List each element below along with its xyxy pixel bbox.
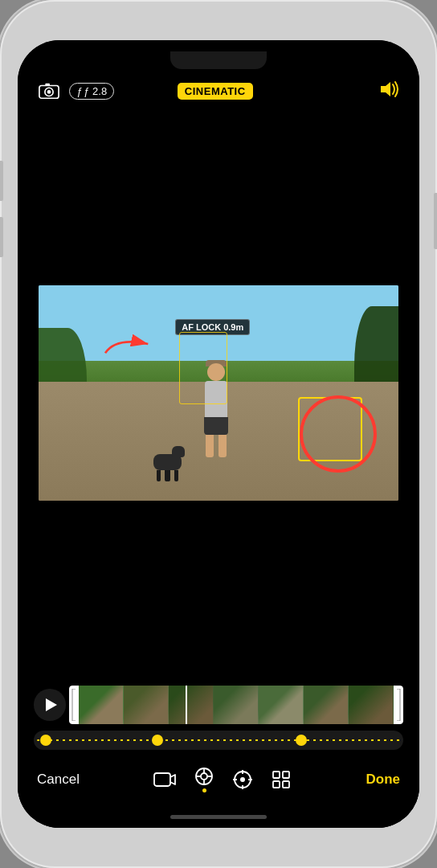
transform-tool-button[interactable] (271, 769, 292, 790)
adjustments-icon (194, 766, 214, 787)
top-bar: ƒ ƒ 2.8 CINEMATIC (18, 72, 419, 109)
scene-bg: AF LOCK 0.9m (39, 285, 398, 501)
person-legs (206, 435, 227, 457)
notch-area (18, 40, 419, 72)
volume-up-button[interactable] (0, 161, 3, 201)
toolbar-center (80, 766, 366, 792)
focus-point-3[interactable] (296, 735, 307, 746)
svg-point-15 (240, 777, 245, 782)
cinematic-camera-icon (153, 770, 176, 789)
svg-rect-21 (283, 772, 289, 778)
power-button[interactable] (434, 193, 437, 249)
svg-point-2 (47, 90, 51, 94)
video-frame: AF LOCK 0.9m (39, 285, 398, 501)
volume-down-button[interactable] (0, 217, 3, 257)
bracket-icon (395, 689, 402, 721)
film-strip[interactable] (69, 686, 403, 724)
focus-track-dots (37, 739, 400, 741)
focus-point-1[interactable] (40, 735, 51, 746)
play-icon (46, 698, 57, 711)
svg-rect-6 (154, 773, 170, 786)
red-arrow (89, 334, 169, 358)
cinematic-badge[interactable]: CINEMATIC (178, 83, 253, 100)
play-button[interactable] (34, 689, 66, 721)
toolbar: Cancel (18, 758, 419, 805)
home-bar (170, 815, 267, 819)
transform-icon (271, 769, 292, 790)
camera-icon (39, 82, 59, 100)
svg-marker-4 (381, 82, 390, 96)
camera-mode-button[interactable] (37, 79, 61, 103)
focus-icon (232, 769, 253, 790)
dog-leg (157, 470, 161, 481)
speaker-icon (379, 80, 400, 98)
phone-screen: ƒ ƒ 2.8 CINEMATIC (18, 40, 419, 828)
svg-rect-20 (273, 772, 280, 778)
focus-track (18, 731, 419, 750)
cinematic-tool-button[interactable] (153, 770, 176, 789)
dog-figure (153, 454, 182, 470)
film-frames (79, 686, 394, 724)
focus-tool-button[interactable] (232, 769, 253, 790)
person-leg (206, 435, 214, 457)
focus-track-bar[interactable] (34, 731, 403, 750)
person-leg (218, 435, 227, 457)
svg-rect-22 (273, 781, 280, 788)
dog-body (153, 454, 182, 470)
active-tool-indicator (202, 788, 206, 792)
adjustments-tool-button[interactable] (194, 766, 214, 792)
dog-leg (174, 470, 178, 481)
notch (170, 51, 267, 69)
film-frame (124, 686, 169, 724)
film-frame (79, 686, 124, 724)
film-frame (169, 686, 214, 724)
phone-shell: ƒ ƒ 2.8 CINEMATIC (0, 0, 437, 868)
svg-rect-3 (45, 84, 50, 86)
focus-point-2[interactable] (152, 735, 163, 746)
cancel-button[interactable]: Cancel (37, 772, 80, 788)
focus-box-person[interactable] (179, 332, 227, 404)
film-frame (259, 686, 304, 724)
bracket-icon (71, 689, 77, 721)
speaker-button[interactable] (379, 80, 400, 102)
dog-back-legs (166, 470, 178, 481)
svg-rect-23 (283, 781, 289, 788)
person-shorts (204, 417, 228, 435)
aperture-value: ƒ 2.8 (84, 85, 107, 97)
film-bracket-right (394, 686, 403, 724)
film-frame (349, 686, 394, 724)
cinematic-label: CINEMATIC (185, 85, 246, 97)
svg-marker-7 (170, 775, 175, 784)
playhead (186, 686, 187, 724)
svg-point-9 (201, 773, 207, 780)
dog-leg (166, 470, 170, 481)
aperture-badge[interactable]: ƒ ƒ 2.8 (69, 83, 114, 100)
home-indicator (18, 805, 419, 828)
aperture-f-letter: ƒ (76, 85, 82, 97)
timeline-strip (18, 686, 419, 724)
film-bracket-left (69, 686, 79, 724)
red-circle-highlight (300, 395, 377, 473)
dog-head (172, 446, 185, 457)
film-frame (304, 686, 349, 724)
film-frame (214, 686, 259, 724)
video-preview[interactable]: AF LOCK 0.9m (18, 109, 419, 676)
bottom-area: Cancel (18, 676, 419, 828)
top-bar-left: ƒ ƒ 2.8 (37, 79, 114, 103)
done-button[interactable]: Done (366, 772, 401, 788)
